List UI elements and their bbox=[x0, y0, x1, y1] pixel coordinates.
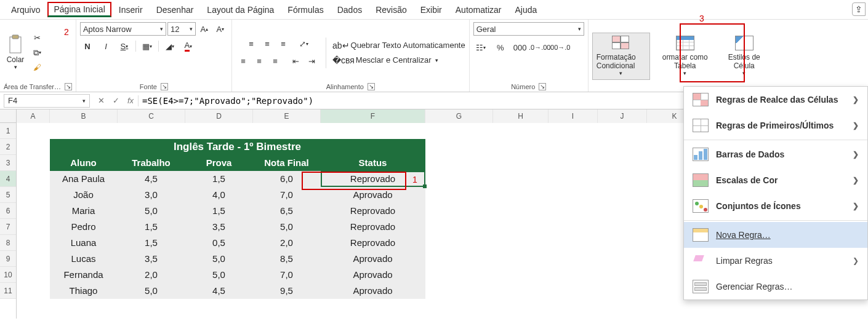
align-right-button[interactable]: ≡ bbox=[268, 55, 283, 68]
col-header[interactable]: F bbox=[321, 109, 425, 123]
cell[interactable]: Aprovado bbox=[321, 251, 425, 267]
menu-color-scales[interactable]: Escalas de Cor ❯ bbox=[684, 167, 867, 193]
merge-center-button[interactable]: �свя Mesclar e Centralizar ▾ bbox=[332, 55, 438, 65]
cell[interactable]: 7,0 bbox=[253, 187, 321, 203]
cell[interactable]: 9,5 bbox=[253, 283, 321, 299]
cell[interactable]: 5,0 bbox=[185, 267, 253, 283]
number-format-combo[interactable]: Geral▾ bbox=[473, 22, 584, 36]
table-title[interactable]: Inglês Tarde - 1º Bimestre bbox=[50, 139, 425, 155]
cell[interactable]: 1,5 bbox=[185, 203, 253, 219]
cancel-formula-button[interactable]: ✕ bbox=[94, 96, 108, 105]
format-painter-button[interactable]: 🖌 bbox=[30, 61, 44, 74]
col-header[interactable]: G bbox=[425, 109, 493, 123]
name-box[interactable]: F4▾ bbox=[4, 94, 90, 108]
row-header[interactable]: 5 bbox=[0, 187, 16, 203]
cell[interactable]: 1,5 bbox=[118, 219, 185, 235]
cell[interactable]: 8,5 bbox=[253, 251, 321, 267]
menu-arquivo[interactable]: Arquivo bbox=[5, 2, 46, 17]
fx-button[interactable]: fx bbox=[123, 96, 138, 105]
menu-layout[interactable]: Layout da Página bbox=[201, 2, 280, 17]
row-header[interactable]: 11 bbox=[0, 283, 16, 299]
cell[interactable]: 5,0 bbox=[118, 203, 185, 219]
cell[interactable]: 5,0 bbox=[253, 219, 321, 235]
share-icon[interactable]: ⇪ bbox=[852, 2, 866, 16]
cell[interactable]: Reprovado bbox=[321, 235, 425, 251]
cell[interactable]: Luana bbox=[50, 235, 118, 251]
menu-ajuda[interactable]: Ajuda bbox=[508, 2, 543, 17]
cell[interactable]: 4,5 bbox=[185, 283, 253, 299]
menu-revisao[interactable]: Revisão bbox=[369, 2, 413, 17]
row-header[interactable]: 6 bbox=[0, 203, 16, 219]
cell[interactable]: Maria bbox=[50, 203, 118, 219]
col-header[interactable]: I bbox=[549, 109, 598, 123]
bold-button[interactable]: N bbox=[80, 39, 95, 53]
alignment-launcher[interactable]: ↘ bbox=[368, 83, 375, 90]
row-header[interactable]: 8 bbox=[0, 235, 16, 251]
col-header[interactable]: A bbox=[17, 109, 50, 123]
decrease-indent-button[interactable]: ⇤ bbox=[289, 55, 303, 68]
menu-highlight-cells-rules[interactable]: Regras de Realce das Células ❯ bbox=[684, 87, 867, 113]
cell[interactable]: Pedro bbox=[50, 219, 118, 235]
italic-button[interactable]: I bbox=[98, 39, 113, 53]
menu-new-rule[interactable]: Nova Regra… bbox=[684, 222, 867, 248]
select-all-corner[interactable] bbox=[0, 109, 16, 123]
cell[interactable]: 6,5 bbox=[253, 203, 321, 219]
row-header[interactable]: 3 bbox=[0, 155, 16, 171]
row-header[interactable]: 4 bbox=[0, 171, 16, 187]
menu-exibir[interactable]: Exibir bbox=[414, 2, 448, 17]
increase-decimal-button[interactable]: .0→.00 bbox=[532, 41, 547, 54]
cell[interactable]: 4,5 bbox=[118, 171, 185, 187]
cell[interactable]: Thiago bbox=[50, 283, 118, 299]
cell[interactable]: 2,0 bbox=[118, 267, 185, 283]
selected-cell[interactable]: Reprovado bbox=[321, 171, 425, 187]
shrink-font-button[interactable]: A▾ bbox=[213, 22, 228, 36]
grow-font-button[interactable]: A▴ bbox=[197, 22, 212, 36]
font-launcher[interactable]: ↘ bbox=[161, 83, 168, 90]
cell[interactable]: 2,0 bbox=[253, 235, 321, 251]
col-header[interactable]: D bbox=[185, 109, 253, 123]
cell[interactable]: 5,0 bbox=[185, 251, 253, 267]
wrap-text-button[interactable]: ab↵ Quebrar Texto Automaticamente bbox=[332, 41, 465, 50]
menu-desenhar[interactable]: Desenhar bbox=[150, 2, 200, 17]
menu-manage-rules[interactable]: Gerenciar Regras… bbox=[684, 274, 867, 299]
row-header[interactable]: 7 bbox=[0, 219, 16, 235]
conditional-formatting-button[interactable]: Formatação Condicional ▾ bbox=[592, 33, 650, 81]
menu-clear-rules[interactable]: Limpar Regras ❯ bbox=[684, 248, 867, 274]
number-launcher[interactable]: ↘ bbox=[539, 83, 546, 90]
table-header[interactable]: Prova bbox=[185, 155, 253, 171]
table-header[interactable]: Trabalho bbox=[118, 155, 185, 171]
percent-button[interactable]: % bbox=[493, 41, 508, 54]
cell[interactable]: Reprovado bbox=[321, 203, 425, 219]
col-header[interactable]: J bbox=[598, 109, 647, 123]
cell[interactable]: 1,5 bbox=[185, 171, 253, 187]
col-header[interactable]: H bbox=[493, 109, 549, 123]
menu-formulas[interactable]: Fórmulas bbox=[281, 2, 329, 17]
cell[interactable]: 7,0 bbox=[253, 267, 321, 283]
cell[interactable]: 3,5 bbox=[118, 251, 185, 267]
menu-data-bars[interactable]: Barras de Dados ❯ bbox=[684, 141, 867, 167]
cell[interactable]: 6,0 bbox=[253, 171, 321, 187]
menu-automatizar[interactable]: Automatizar bbox=[449, 2, 508, 17]
cell[interactable]: Fernanda bbox=[50, 267, 118, 283]
cell[interactable]: 5,0 bbox=[118, 283, 185, 299]
cell[interactable]: 3,0 bbox=[118, 187, 185, 203]
cell[interactable]: Aprovado bbox=[321, 187, 425, 203]
table-header[interactable]: Status bbox=[321, 155, 425, 171]
font-size-combo[interactable]: 12▾ bbox=[167, 22, 196, 36]
cell[interactable]: João bbox=[50, 187, 118, 203]
col-header[interactable]: B bbox=[50, 109, 118, 123]
align-left-button[interactable]: ≡ bbox=[236, 55, 251, 68]
table-header[interactable]: Nota Final bbox=[253, 155, 321, 171]
table-header[interactable]: Aluno bbox=[50, 155, 118, 171]
menu-pagina-inicial[interactable]: Página Inicial bbox=[47, 2, 111, 17]
increase-indent-button[interactable]: ⇥ bbox=[305, 55, 319, 68]
cell-styles-button[interactable]: Estilos de Célula ▾ bbox=[720, 34, 768, 79]
menu-top-bottom-rules[interactable]: Regras de Primeiros/Últimos ❯ bbox=[684, 113, 867, 138]
accept-formula-button[interactable]: ✓ bbox=[108, 96, 123, 105]
col-header[interactable]: C bbox=[118, 109, 185, 123]
cut-button[interactable]: ✂ bbox=[30, 31, 44, 45]
menu-dados[interactable]: Dados bbox=[331, 2, 368, 17]
decrease-decimal-button[interactable]: .00→.0 bbox=[552, 41, 567, 54]
align-bottom-button[interactable]: ≡ bbox=[276, 38, 291, 51]
row-header[interactable]: 9 bbox=[0, 251, 16, 267]
